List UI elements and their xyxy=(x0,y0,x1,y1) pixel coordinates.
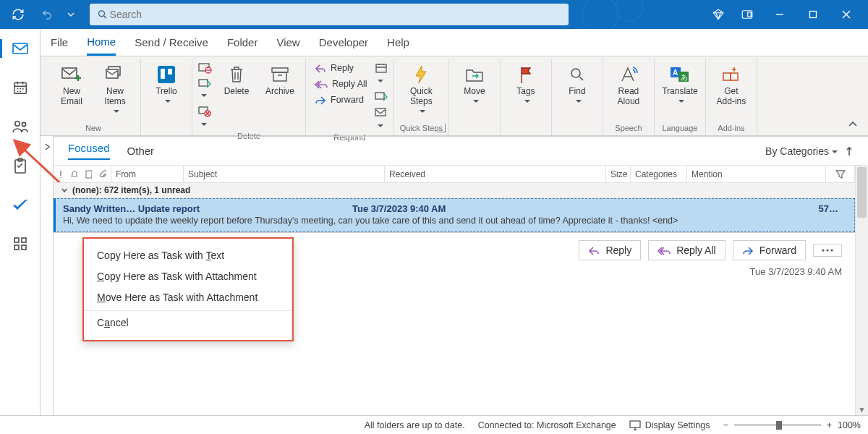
filter-icon[interactable] xyxy=(826,166,855,182)
reading-reply-all-button[interactable]: Reply All xyxy=(648,240,725,260)
display-settings-button[interactable]: Display Settings xyxy=(629,420,710,430)
message-from: Sandy Written… Update report xyxy=(63,203,200,214)
scrollbar[interactable]: ▲ ▼ xyxy=(855,166,868,415)
premium-icon[interactable] xyxy=(706,3,731,26)
svg-rect-26 xyxy=(273,72,286,81)
svg-rect-28 xyxy=(375,93,384,99)
svg-rect-19 xyxy=(168,69,172,75)
undo-icon[interactable] xyxy=(35,3,59,26)
chevron-right-icon xyxy=(43,143,51,150)
ctx-cancel[interactable]: Cancel xyxy=(84,310,292,333)
close-button[interactable] xyxy=(830,3,862,26)
rail-todo-icon[interactable] xyxy=(7,194,33,216)
tab-folder[interactable]: Folder xyxy=(227,29,258,56)
scroll-down-icon[interactable]: ▼ xyxy=(856,406,868,414)
svg-rect-11 xyxy=(22,238,26,242)
junk-icon[interactable] xyxy=(198,106,213,130)
reading-more-actions-button[interactable] xyxy=(813,244,842,257)
forward-icon xyxy=(742,245,754,255)
coming-soon-icon[interactable] xyxy=(735,3,760,26)
get-addins-button[interactable]: Get Add-ins xyxy=(712,61,751,110)
svg-point-30 xyxy=(571,69,580,77)
new-items-icon xyxy=(105,64,125,85)
new-email-button[interactable]: New Email xyxy=(52,61,91,110)
new-items-button[interactable]: New Items xyxy=(95,61,135,117)
reply-button[interactable]: Reply xyxy=(312,61,370,75)
rail-mail-icon[interactable] xyxy=(7,38,33,59)
col-size[interactable]: Size xyxy=(606,166,631,182)
collapse-ribbon-icon[interactable] xyxy=(848,119,858,129)
more-respond-icon[interactable] xyxy=(375,107,388,132)
ignore-icon[interactable] xyxy=(198,62,213,74)
message-size: 57… xyxy=(819,203,838,214)
col-categories[interactable]: Categories xyxy=(631,166,687,182)
delete-button[interactable]: Delete xyxy=(217,61,256,100)
translate-button[interactable]: AあTranslate xyxy=(660,61,699,107)
clean-up-icon[interactable] xyxy=(198,78,213,101)
ctx-copy-attachment[interactable]: Copy Here as Task with Attachment xyxy=(84,265,292,286)
tab-file[interactable]: File xyxy=(51,29,68,56)
tab-home[interactable]: Home xyxy=(87,29,116,56)
dialog-launcher-icon[interactable] xyxy=(437,124,446,132)
reading-reply-button[interactable]: Reply xyxy=(579,240,641,260)
forward-button[interactable]: Forward xyxy=(312,93,370,107)
column-headers[interactable]: From Subject Received Size Categories Me… xyxy=(54,166,855,183)
zoom-out-icon[interactable]: − xyxy=(723,420,728,430)
tab-send-receive[interactable]: Send / Receive xyxy=(135,29,208,56)
reply-all-button[interactable]: Reply All xyxy=(312,77,370,91)
search-box[interactable] xyxy=(90,4,569,25)
svg-rect-17 xyxy=(158,66,175,83)
scroll-thumb[interactable] xyxy=(857,167,867,218)
rail-more-apps-icon[interactable] xyxy=(7,233,33,255)
search-input[interactable] xyxy=(109,8,561,21)
zoom-controls[interactable]: − + 100% xyxy=(723,420,861,430)
read-aloud-button[interactable]: Read Aloud xyxy=(609,61,648,110)
quick-steps-button[interactable]: Quick Steps xyxy=(401,61,441,117)
svg-point-6 xyxy=(14,122,19,126)
rail-people-icon[interactable] xyxy=(7,116,33,137)
zoom-level: 100% xyxy=(838,420,861,430)
tab-developer[interactable]: Developer xyxy=(319,29,368,56)
share-to-teams-icon[interactable] xyxy=(375,91,388,103)
meeting-icon[interactable] xyxy=(375,62,388,87)
rail-tasks-icon[interactable] xyxy=(7,155,33,176)
status-sync: All folders are up to date. xyxy=(365,420,465,430)
tab-view[interactable]: View xyxy=(276,29,299,56)
group-header-row[interactable]: (none): 672 item(s), 1 unread xyxy=(54,183,855,198)
archive-button[interactable]: Archive xyxy=(260,61,299,100)
zoom-in-icon[interactable]: + xyxy=(827,420,832,430)
svg-rect-41 xyxy=(630,421,640,427)
minimize-button[interactable] xyxy=(764,3,796,26)
flag-icon xyxy=(518,64,534,85)
svg-rect-29 xyxy=(375,109,386,116)
sort-by-button[interactable]: By Categories xyxy=(765,145,838,157)
find-button[interactable]: Find xyxy=(558,61,597,107)
tab-focused[interactable]: Focused xyxy=(68,142,110,160)
col-subject[interactable]: Subject xyxy=(184,166,385,182)
tab-other[interactable]: Other xyxy=(127,145,155,157)
col-mention[interactable]: Mention xyxy=(687,166,826,182)
message-received: Tue 3/7/2023 9:40 AM xyxy=(352,203,497,214)
rail-calendar-icon[interactable] xyxy=(7,77,33,98)
zoom-slider[interactable] xyxy=(734,424,821,426)
reply-icon xyxy=(315,63,326,73)
trello-icon xyxy=(157,64,176,85)
chevron-down-icon xyxy=(61,187,68,194)
svg-point-39 xyxy=(826,249,828,251)
sync-icon[interactable] xyxy=(6,3,30,26)
addins-icon xyxy=(722,64,741,85)
col-received[interactable]: Received xyxy=(385,166,606,182)
move-button[interactable]: Move xyxy=(455,61,494,107)
maximize-button[interactable] xyxy=(797,3,829,26)
reading-forward-button[interactable]: Forward xyxy=(733,240,806,260)
folder-pane-collapsed[interactable] xyxy=(41,136,54,415)
qat-customize-icon[interactable] xyxy=(64,3,78,26)
ctx-move-attachment[interactable]: Move Here as Task with Attachment xyxy=(84,286,292,307)
trello-button[interactable]: Trello xyxy=(147,61,186,107)
col-from[interactable]: From xyxy=(111,166,184,182)
ctx-copy-text[interactable]: Copy Here as Task with Text xyxy=(84,244,292,265)
sort-direction-icon[interactable] xyxy=(845,146,854,156)
message-row[interactable]: Sandy Written… Update report Tue 3/7/202… xyxy=(54,198,855,232)
tags-button[interactable]: Tags xyxy=(506,61,545,107)
tab-help[interactable]: Help xyxy=(387,29,409,56)
